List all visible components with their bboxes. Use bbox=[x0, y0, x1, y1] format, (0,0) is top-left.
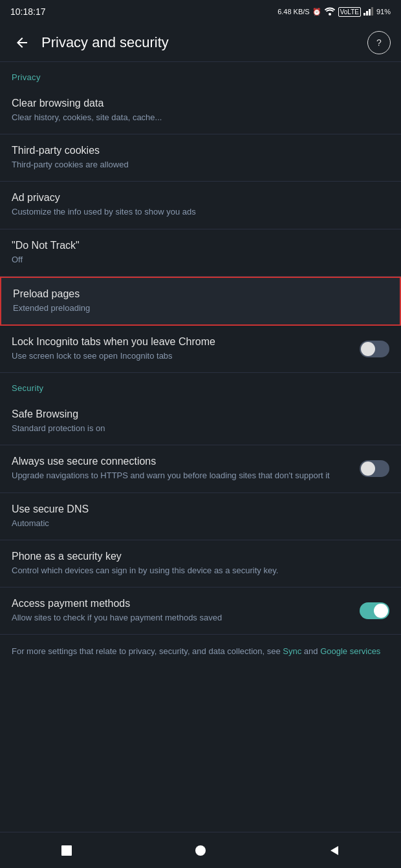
privacy-section: Privacy Clear browsing data Clear histor… bbox=[0, 62, 401, 373]
payment-methods-subtitle: Allow sites to check if you have payment… bbox=[12, 612, 352, 624]
svg-point-6 bbox=[195, 845, 206, 856]
ad-privacy-text: Ad privacy Customize the info used by si… bbox=[12, 192, 389, 218]
payment-methods-text: Access payment methods Allow sites to ch… bbox=[12, 598, 360, 624]
security-key-title: Phone as a security key bbox=[12, 551, 382, 562]
back-button[interactable] bbox=[10, 31, 34, 54]
secure-dns-subtitle: Automatic bbox=[12, 518, 382, 529]
secure-connections-text: Always use secure connections Upgrade na… bbox=[12, 456, 360, 482]
nav-back-button[interactable] bbox=[315, 838, 354, 863]
privacy-section-label: Privacy bbox=[0, 62, 401, 87]
secure-connections-toggle[interactable] bbox=[360, 460, 389, 477]
clear-browsing-data-subtitle: Clear history, cookies, site data, cache… bbox=[12, 112, 382, 123]
security-section-label: Security bbox=[0, 373, 401, 398]
lock-incognito-item[interactable]: Lock Incognito tabs when you leave Chrom… bbox=[0, 326, 401, 373]
status-time: 10:18:17 bbox=[10, 6, 46, 17]
nav-circle-button[interactable] bbox=[181, 838, 220, 863]
lock-incognito-text: Lock Incognito tabs when you leave Chrom… bbox=[12, 336, 360, 362]
secure-dns-title: Use secure DNS bbox=[12, 503, 382, 515]
signal-icon bbox=[363, 6, 374, 17]
lock-incognito-toggle[interactable] bbox=[360, 341, 389, 357]
third-party-cookies-item[interactable]: Third-party cookies Third-party cookies … bbox=[0, 134, 401, 182]
payment-methods-title: Access payment methods bbox=[12, 598, 352, 609]
lock-incognito-title: Lock Incognito tabs when you leave Chrom… bbox=[12, 336, 352, 348]
sync-link[interactable]: Sync bbox=[283, 646, 301, 656]
security-key-text: Phone as a security key Control which de… bbox=[12, 551, 389, 577]
clear-browsing-data-item[interactable]: Clear browsing data Clear history, cooki… bbox=[0, 87, 401, 134]
secure-connections-item[interactable]: Always use secure connections Upgrade na… bbox=[0, 445, 401, 492]
preload-pages-title: Preload pages bbox=[13, 288, 380, 300]
svg-rect-2 bbox=[366, 11, 368, 16]
secure-connections-subtitle: Upgrade navigations to HTTPS and warn yo… bbox=[12, 470, 352, 482]
footer-text: For more settings that relate to privacy… bbox=[0, 635, 401, 669]
page-title: Privacy and security bbox=[41, 34, 367, 51]
do-not-track-text: "Do Not Track" Off bbox=[12, 240, 389, 266]
safe-browsing-item[interactable]: Safe Browsing Standard protection is on bbox=[0, 398, 401, 445]
nav-bar bbox=[0, 832, 401, 868]
battery-icon: 91% bbox=[376, 8, 391, 16]
clear-browsing-data-text: Clear browsing data Clear history, cooki… bbox=[12, 98, 389, 123]
safe-browsing-title: Safe Browsing bbox=[12, 408, 382, 420]
header: Privacy and security ? bbox=[0, 23, 401, 62]
svg-rect-1 bbox=[363, 13, 365, 16]
google-services-link[interactable]: Google services bbox=[320, 646, 380, 656]
ad-privacy-title: Ad privacy bbox=[12, 192, 382, 204]
safe-browsing-text: Safe Browsing Standard protection is on bbox=[12, 408, 389, 434]
security-key-item[interactable]: Phone as a security key Control which de… bbox=[0, 540, 401, 587]
secure-dns-text: Use secure DNS Automatic bbox=[12, 503, 389, 529]
payment-methods-toggle[interactable] bbox=[360, 602, 389, 619]
wifi-icon bbox=[324, 6, 336, 17]
secure-dns-item[interactable]: Use secure DNS Automatic bbox=[0, 493, 401, 540]
do-not-track-item[interactable]: "Do Not Track" Off bbox=[0, 229, 401, 277]
svg-point-0 bbox=[329, 13, 331, 16]
secure-connections-title: Always use secure connections bbox=[12, 456, 352, 467]
ad-privacy-item[interactable]: Ad privacy Customize the info used by si… bbox=[0, 182, 401, 229]
do-not-track-title: "Do Not Track" bbox=[12, 240, 382, 251]
preload-pages-item[interactable]: Preload pages Extended preloading bbox=[0, 277, 401, 326]
alarm-icon: ⏰ bbox=[312, 8, 321, 16]
speed-indicator: 6.48 KB/S bbox=[277, 8, 310, 16]
nav-square-button[interactable] bbox=[47, 838, 86, 863]
ad-privacy-subtitle: Customize the info used by sites to show… bbox=[12, 206, 382, 218]
third-party-cookies-title: Third-party cookies bbox=[12, 145, 382, 156]
svg-rect-3 bbox=[369, 9, 371, 16]
do-not-track-subtitle: Off bbox=[12, 254, 382, 266]
security-key-subtitle: Control which devices can sign in by usi… bbox=[12, 565, 382, 577]
preload-pages-subtitle: Extended preloading bbox=[13, 302, 380, 314]
network-icon: VoLTE bbox=[338, 7, 361, 17]
status-icons: 6.48 KB/S ⏰ VoLTE 91% bbox=[277, 6, 391, 17]
status-bar: 10:18:17 6.48 KB/S ⏰ VoLTE 91% bbox=[0, 0, 401, 23]
third-party-cookies-text: Third-party cookies Third-party cookies … bbox=[12, 145, 389, 171]
svg-rect-4 bbox=[371, 7, 373, 16]
svg-rect-5 bbox=[61, 845, 72, 856]
preload-pages-text: Preload pages Extended preloading bbox=[13, 288, 388, 314]
lock-incognito-subtitle: Use screen lock to see open Incognito ta… bbox=[12, 350, 352, 362]
third-party-cookies-subtitle: Third-party cookies are allowed bbox=[12, 159, 382, 171]
safe-browsing-subtitle: Standard protection is on bbox=[12, 423, 382, 434]
security-section: Security Safe Browsing Standard protecti… bbox=[0, 373, 401, 635]
payment-methods-item[interactable]: Access payment methods Allow sites to ch… bbox=[0, 587, 401, 635]
svg-marker-7 bbox=[331, 846, 338, 855]
clear-browsing-data-title: Clear browsing data bbox=[12, 98, 382, 109]
help-button[interactable]: ? bbox=[367, 31, 391, 54]
